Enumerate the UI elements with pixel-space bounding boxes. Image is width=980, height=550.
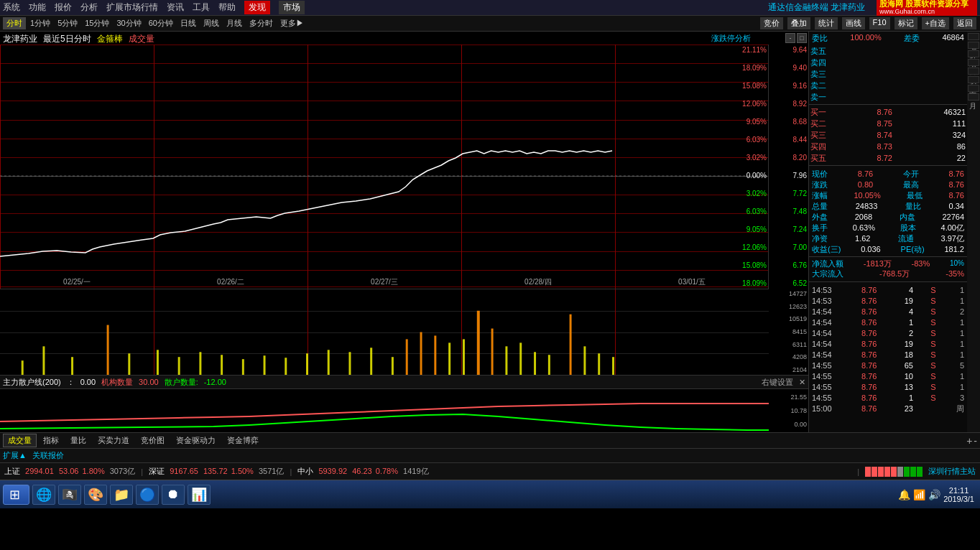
analysis-btn[interactable]: 涨跌停分析 bbox=[711, 33, 751, 44]
top-menu-bar: 系统 功能 报价 分析 扩展市场行情 资讯 工具 帮助 发现 市场 通达信金融终… bbox=[0, 0, 980, 16]
tv-value2: 0.34 bbox=[949, 201, 964, 212]
tf-30min[interactable]: 30分钟 bbox=[114, 18, 144, 29]
bottom-tab-add[interactable]: + bbox=[966, 435, 972, 447]
tf-multimin[interactable]: 多分时 bbox=[246, 18, 276, 29]
rs-tab-price[interactable]: 价 bbox=[968, 42, 979, 49]
taskbar-app-icon[interactable]: 📊 bbox=[188, 485, 211, 505]
menu-extended[interactable]: 扩展市场行情 bbox=[106, 1, 158, 14]
btab-indicator[interactable]: 指标 bbox=[38, 434, 64, 447]
chart-zoom-out[interactable]: □ bbox=[797, 33, 807, 43]
btn-draw[interactable]: 画线 bbox=[842, 17, 865, 29]
btn-stats[interactable]: 统计 bbox=[815, 17, 838, 29]
ob-header-value: 100.00% bbox=[850, 33, 881, 44]
taskbar-ie-icon[interactable]: 🌐 bbox=[32, 485, 55, 505]
ob-header-vol: 46864 bbox=[942, 33, 964, 44]
tf-daily[interactable]: 日线 bbox=[177, 18, 199, 29]
menu-analysis[interactable]: 分析 bbox=[80, 1, 98, 14]
pct-label-9: 6.03% bbox=[731, 208, 768, 215]
menu-help[interactable]: 帮助 bbox=[218, 1, 236, 14]
btab-buysell[interactable]: 买卖力道 bbox=[93, 434, 134, 447]
menu-quote[interactable]: 报价 bbox=[55, 1, 72, 14]
indicator-label3: 散户数量: bbox=[165, 377, 198, 388]
tf-more[interactable]: 更多▶ bbox=[277, 18, 307, 29]
right-click-settings[interactable]: 右键设置 bbox=[762, 377, 793, 388]
cp-label2: 今开 bbox=[903, 169, 919, 180]
indicator-close[interactable]: ✕ bbox=[799, 378, 805, 387]
tf-5min[interactable]: 5分钟 bbox=[55, 18, 80, 29]
svg-rect-32 bbox=[612, 357, 614, 375]
bottom-tab-remove[interactable]: - bbox=[974, 435, 977, 447]
btab-ratio[interactable]: 量比 bbox=[65, 434, 91, 447]
tf-15min[interactable]: 15分钟 bbox=[82, 18, 112, 29]
tv-value: 24833 bbox=[856, 201, 878, 212]
expand-btn[interactable]: 扩展▲ bbox=[3, 450, 27, 461]
btn-overlay[interactable]: 叠加 bbox=[787, 17, 810, 29]
cp-label: 现价 bbox=[812, 169, 828, 180]
btab-capital-game[interactable]: 资金博弈 bbox=[222, 434, 264, 447]
btn-watchlist[interactable]: +自选 bbox=[922, 17, 949, 29]
pct-label-13: 18.09% bbox=[731, 279, 768, 287]
tf-60min[interactable]: 60分钟 bbox=[146, 18, 176, 29]
price-label-11: 7.00 bbox=[769, 243, 808, 251]
menu-info[interactable]: 资讯 bbox=[167, 1, 184, 14]
ask3-vol bbox=[930, 69, 966, 79]
shenzhen-main-site[interactable]: 深圳行情主站 bbox=[928, 466, 976, 477]
vol-label-5: 4208 bbox=[769, 353, 808, 360]
taskbar-color-icon[interactable]: 🎨 bbox=[84, 485, 107, 505]
price-label-2: 9.16 bbox=[769, 82, 808, 90]
tray-icon-1[interactable]: 🔔 bbox=[898, 489, 910, 500]
menu-system[interactable]: 系统 bbox=[3, 1, 20, 14]
tf-minute[interactable]: 分时 bbox=[3, 17, 26, 29]
tr0-type: S bbox=[928, 285, 939, 296]
trade-row-2: 14:54 8.76 4 S 2 bbox=[810, 307, 966, 317]
rs-tab-detail[interactable]: 细 bbox=[968, 50, 979, 57]
price-label-1: 9.40 bbox=[769, 64, 808, 72]
bid2-vol: 111 bbox=[930, 118, 966, 129]
rs-tab-pen[interactable]: 笔 bbox=[968, 33, 979, 40]
vol-label-6: 2104 bbox=[769, 366, 808, 373]
analysis-controls[interactable]: 涨跌停分析 bbox=[711, 33, 751, 44]
price-label-8: 7.72 bbox=[769, 190, 808, 197]
btab-auction[interactable]: 竞价图 bbox=[136, 434, 170, 447]
related-quote-btn[interactable]: 关联报价 bbox=[32, 450, 64, 461]
rs-tab-daily[interactable]: 日 bbox=[968, 59, 979, 66]
rs-tab-main[interactable]: 主 bbox=[968, 76, 979, 83]
tf-1min[interactable]: 1分钟 bbox=[27, 18, 53, 29]
btn-back[interactable]: 返回 bbox=[953, 17, 976, 29]
ask1-price bbox=[864, 92, 892, 102]
btn-auction[interactable]: 竞价 bbox=[760, 17, 783, 29]
svg-rect-30 bbox=[583, 346, 586, 375]
ask3-label: 卖三 bbox=[810, 69, 826, 79]
tf-monthly[interactable]: 月线 bbox=[223, 18, 245, 29]
tray-icon-2[interactable]: 📶 bbox=[913, 489, 925, 500]
ask5-price bbox=[864, 46, 892, 56]
btn-mark[interactable]: 标记 bbox=[895, 17, 917, 29]
tf-weekly[interactable]: 周线 bbox=[200, 18, 222, 29]
taskbar-record-icon[interactable]: ⏺ bbox=[162, 485, 185, 505]
nf-label2: 流通 bbox=[898, 233, 914, 244]
taskbar-ubuntu-icon[interactable]: 🔵 bbox=[136, 485, 159, 505]
btn-f10[interactable]: F10 bbox=[869, 17, 890, 29]
rs-tab-monthly[interactable]: 月 bbox=[968, 93, 979, 101]
guhai-logo-line1: 股海网 股票软件资源分享 bbox=[879, 0, 969, 8]
taskbar-folder-icon[interactable]: 📁 bbox=[110, 485, 133, 505]
right-panel: 委比 100.00% 差委 46864 卖五 卖四 卖三 卖二 bbox=[809, 32, 967, 432]
chart-period: 最近5日分时 bbox=[43, 33, 91, 45]
price-line-svg bbox=[0, 45, 769, 289]
start-button[interactable]: ⊞ bbox=[3, 485, 29, 505]
rs-tab-related[interactable]: 联 bbox=[968, 67, 979, 75]
btab-capital-drive[interactable]: 资金驱动力 bbox=[171, 434, 221, 447]
chart-zoom-in[interactable]: - bbox=[785, 33, 795, 43]
bid1-vol: 46321 bbox=[930, 107, 966, 117]
tray-icon-volume[interactable]: 🔊 bbox=[928, 489, 940, 500]
svg-rect-28 bbox=[548, 355, 550, 375]
menu-tools[interactable]: 工具 bbox=[193, 1, 210, 14]
svg-rect-5 bbox=[128, 353, 130, 375]
menu-function[interactable]: 功能 bbox=[29, 1, 46, 14]
menu-market[interactable]: 市场 bbox=[279, 1, 305, 14]
taskbar-pirate-icon[interactable]: 🏴‍☠️ bbox=[58, 485, 81, 505]
btab-volume[interactable]: 成交量 bbox=[3, 434, 37, 447]
menu-discover[interactable]: 发现 bbox=[244, 1, 270, 14]
chart-indicator2: 成交量 bbox=[129, 33, 154, 45]
rs-tab-volume[interactable]: 量 bbox=[968, 85, 979, 92]
